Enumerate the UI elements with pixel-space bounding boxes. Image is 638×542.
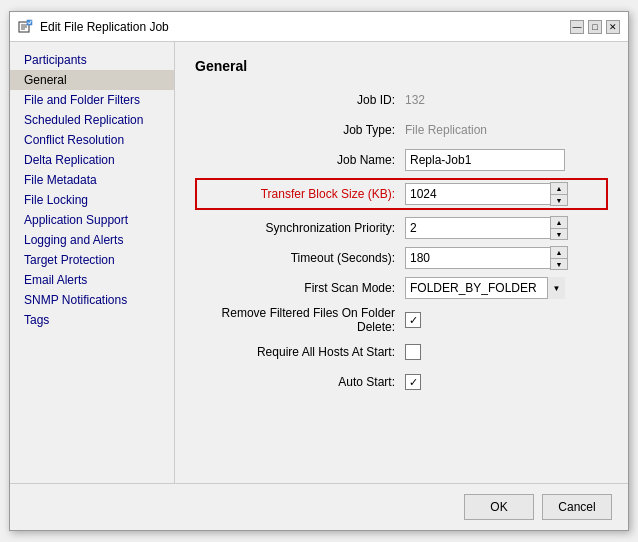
job-name-label: Job Name: [195,153,405,167]
close-button[interactable]: ✕ [606,20,620,34]
auto-start-row: Auto Start: ✓ [195,370,608,394]
sidebar: Participants General File and Folder Fil… [10,42,175,483]
require-all-hosts-row: Require All Hosts At Start: [195,340,608,364]
sidebar-item-scheduled-replication[interactable]: Scheduled Replication [10,110,174,130]
remove-filtered-row: Remove Filtered Files On Folder Delete: … [195,306,608,334]
sidebar-item-participants[interactable]: Participants [10,50,174,70]
job-name-row: Job Name: [195,148,608,172]
require-all-hosts-checkbox[interactable] [405,344,421,360]
job-id-label: Job ID: [195,93,405,107]
first-scan-select[interactable]: FOLDER_BY_FOLDER ALL_AT_ONCE SEQUENTIAL [405,277,565,299]
transfer-block-input[interactable] [405,183,550,205]
section-title: General [195,58,608,74]
main-window: Edit File Replication Job — □ ✕ Particip… [9,11,629,531]
sync-priority-label: Synchronization Priority: [195,221,405,235]
maximize-button[interactable]: □ [588,20,602,34]
main-content: General Job ID: 132 Job Type: File Repli… [175,42,628,483]
sidebar-item-file-locking[interactable]: File Locking [10,190,174,210]
first-scan-select-wrap: FOLDER_BY_FOLDER ALL_AT_ONCE SEQUENTIAL … [405,277,565,299]
sidebar-item-logging-alerts[interactable]: Logging and Alerts [10,230,174,250]
sidebar-item-snmp-notifications[interactable]: SNMP Notifications [10,290,174,310]
sidebar-item-conflict-resolution[interactable]: Conflict Resolution [10,130,174,150]
transfer-block-label: Transfer Block Size (KB): [199,187,405,201]
sync-priority-spinner: ▲ ▼ [405,216,568,240]
job-type-label: Job Type: [195,123,405,137]
timeout-input[interactable] [405,247,550,269]
transfer-block-row: Transfer Block Size (KB): ▲ ▼ [195,178,608,210]
transfer-block-up-btn[interactable]: ▲ [551,183,567,194]
sidebar-item-tags[interactable]: Tags [10,310,174,330]
auto-start-label: Auto Start: [195,375,405,389]
cancel-button[interactable]: Cancel [542,494,612,520]
sync-priority-up-btn[interactable]: ▲ [551,217,567,228]
title-bar: Edit File Replication Job — □ ✕ [10,12,628,42]
sidebar-item-target-protection[interactable]: Target Protection [10,250,174,270]
timeout-up-btn[interactable]: ▲ [551,247,567,258]
sync-priority-down-btn[interactable]: ▼ [551,228,567,239]
title-bar-left: Edit File Replication Job [18,19,169,35]
job-type-value: File Replication [405,123,487,137]
timeout-row: Timeout (Seconds): ▲ ▼ [195,246,608,270]
sync-priority-input[interactable] [405,217,550,239]
sidebar-item-file-folder-filters[interactable]: File and Folder Filters [10,90,174,110]
job-id-row: Job ID: 132 [195,88,608,112]
job-type-row: Job Type: File Replication [195,118,608,142]
title-controls: — □ ✕ [570,20,620,34]
sidebar-item-application-support[interactable]: Application Support [10,210,174,230]
footer: OK Cancel [10,483,628,530]
timeout-label: Timeout (Seconds): [195,251,405,265]
job-id-value: 132 [405,93,425,107]
sidebar-item-file-metadata[interactable]: File Metadata [10,170,174,190]
remove-filtered-label: Remove Filtered Files On Folder Delete: [195,306,405,334]
sidebar-item-delta-replication[interactable]: Delta Replication [10,150,174,170]
timeout-spinner: ▲ ▼ [405,246,568,270]
ok-button[interactable]: OK [464,494,534,520]
timeout-spinner-btns: ▲ ▼ [550,246,568,270]
sidebar-item-email-alerts[interactable]: Email Alerts [10,270,174,290]
transfer-block-spinner-btns: ▲ ▼ [550,182,568,206]
window-title: Edit File Replication Job [40,20,169,34]
window-body: Participants General File and Folder Fil… [10,42,628,483]
remove-filtered-checkbox[interactable]: ✓ [405,312,421,328]
timeout-down-btn[interactable]: ▼ [551,258,567,269]
job-name-input[interactable] [405,149,565,171]
sync-priority-spinner-btns: ▲ ▼ [550,216,568,240]
auto-start-checkbox[interactable]: ✓ [405,374,421,390]
require-all-hosts-label: Require All Hosts At Start: [195,345,405,359]
transfer-block-spinner: ▲ ▼ [405,182,568,206]
sidebar-item-general[interactable]: General [10,70,174,90]
window-icon [18,19,34,35]
sync-priority-row: Synchronization Priority: ▲ ▼ [195,216,608,240]
first-scan-label: First Scan Mode: [195,281,405,295]
minimize-button[interactable]: — [570,20,584,34]
first-scan-row: First Scan Mode: FOLDER_BY_FOLDER ALL_AT… [195,276,608,300]
transfer-block-down-btn[interactable]: ▼ [551,194,567,205]
